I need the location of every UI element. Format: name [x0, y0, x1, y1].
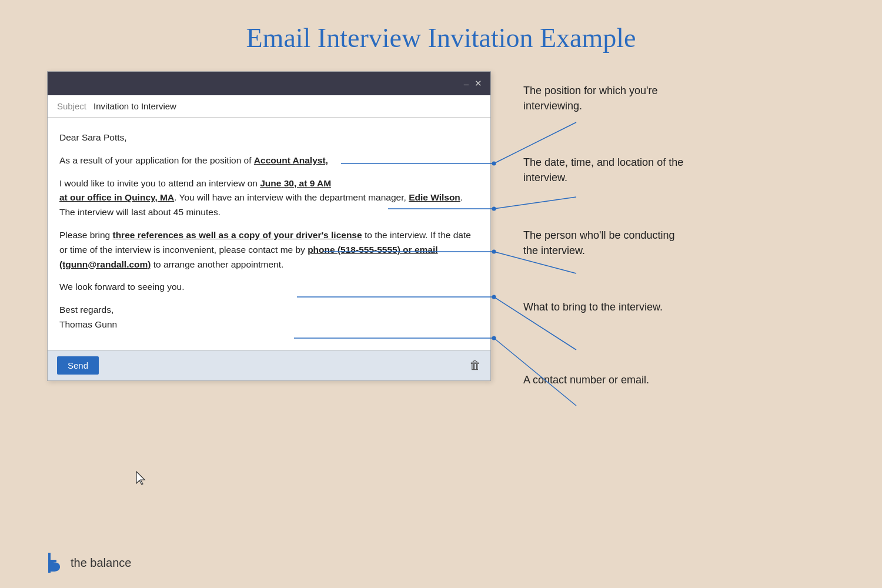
trash-icon[interactable]: 🗑	[469, 359, 481, 372]
sign-off: Best regards,	[59, 305, 113, 315]
paragraph1: As a result of your application for the …	[59, 153, 479, 168]
subject-value: Invitation to Interview	[93, 101, 176, 111]
mouse-cursor	[135, 470, 147, 486]
minimize-button[interactable]: –	[464, 79, 469, 89]
annotation-position-text: The position for which you're interviewi…	[523, 83, 688, 113]
greeting: Dear Sara Potts,	[59, 131, 479, 145]
annotation-datetime: The date, time, and location of the inte…	[523, 155, 847, 202]
annotation-contact-text: A contact number or email.	[523, 372, 649, 387]
annotation-position: The position for which you're interviewi…	[523, 83, 847, 130]
paragraph2-post: . You will have an interview with the de…	[174, 192, 409, 202]
send-button[interactable]: Send	[57, 356, 99, 375]
email-footer: Send 🗑	[48, 350, 490, 380]
brand-footer: the balance	[46, 552, 131, 574]
location-highlight: at our office in Quincy, MA	[59, 192, 174, 202]
brand-name: the balance	[71, 556, 131, 570]
svg-rect-16	[48, 553, 51, 573]
annotation-bring: What to bring to the interview.	[523, 299, 847, 346]
paragraph3-end: to arrange another appointment.	[151, 259, 283, 269]
position-highlight: Account Analyst,	[254, 155, 328, 165]
annotation-bring-text: What to bring to the interview.	[523, 299, 663, 315]
paragraph3: Please bring three references as well as…	[59, 228, 479, 272]
interviewer-highlight: Edie Wilson	[409, 192, 460, 202]
annotation-datetime-text: The date, time, and location of the inte…	[523, 155, 688, 185]
email-titlebar: – ✕	[48, 72, 490, 95]
sender-name: Thomas Gunn	[59, 319, 117, 329]
paragraph3-pre: Please bring	[59, 230, 112, 240]
close-button[interactable]: ✕	[475, 78, 482, 89]
email-subject-row: Subject Invitation to Interview	[48, 95, 490, 118]
annotations-panel: The position for which you're interviewi…	[491, 71, 847, 419]
svg-marker-15	[136, 472, 145, 485]
brand-logo-icon	[46, 552, 65, 574]
closing1: We look forward to seeing you.	[59, 280, 479, 295]
signoff: Best regards, Thomas Gunn	[59, 303, 479, 332]
page-title: Email Interview Invitation Example	[0, 0, 882, 71]
email-window: – ✕ Subject Invitation to Interview Dear…	[47, 71, 491, 381]
annotation-contact: A contact number or email.	[523, 372, 847, 419]
bring-highlight: three references as well as a copy of yo…	[112, 230, 362, 240]
annotation-interviewer: The person who'll be conducting the inte…	[523, 228, 847, 275]
email-body: Dear Sara Potts, As a result of your app…	[48, 118, 490, 350]
annotation-interviewer-text: The person who'll be conducting the inte…	[523, 228, 688, 258]
paragraph1-pre: As a result of your application for the …	[59, 155, 254, 165]
datetime-highlight: June 30, at 9 AM	[260, 178, 331, 188]
subject-label: Subject	[57, 101, 86, 111]
paragraph2-pre: I would like to invite you to attend an …	[59, 178, 260, 188]
svg-rect-17	[48, 560, 56, 562]
paragraph2: I would like to invite you to attend an …	[59, 176, 479, 220]
